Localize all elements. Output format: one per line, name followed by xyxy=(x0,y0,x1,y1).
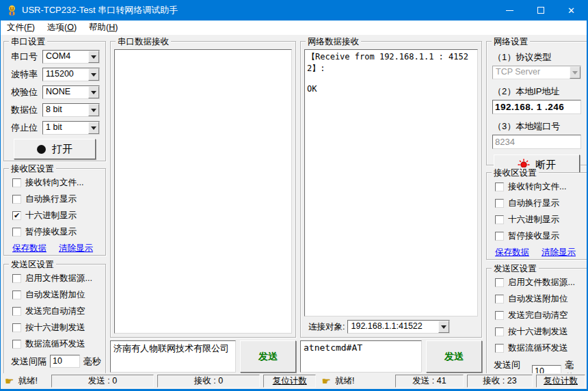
minimize-button[interactable] xyxy=(494,0,525,21)
send-interval-label: 发送间隔 xyxy=(11,355,46,368)
checkbox[interactable] xyxy=(12,307,21,316)
chevron-down-icon xyxy=(88,51,99,63)
serial-open-button[interactable]: 打开 xyxy=(14,139,96,159)
connection-select[interactable]: 192.168.1.1:41522 xyxy=(347,320,450,334)
checkbox[interactable] xyxy=(12,228,21,237)
chevron-down-icon xyxy=(88,86,99,98)
serial-reset-count-button[interactable]: 复位计数 xyxy=(263,375,316,388)
checkbox[interactable] xyxy=(495,295,504,304)
serial-send-count: 发送 : 0 xyxy=(51,375,154,388)
serial-recv-settings-group: 接收区设置 接收转向文件... 自动换行显示 ✔ 十六进制显示 暂停接收显示 xyxy=(3,168,106,256)
checkbox[interactable] xyxy=(495,215,504,224)
serial-send-button[interactable]: 发送 xyxy=(240,340,296,373)
network-settings-group: 网络设置 （1）协议类型 TCP Server （2）本地IP地址 192.16… xyxy=(486,41,587,165)
protocol-type-select[interactable]: TCP Server xyxy=(492,66,581,79)
serial-receive-group: 串口数据接收 xyxy=(110,41,296,338)
send-interval-input[interactable]: 10 xyxy=(50,355,80,368)
network-reset-count-button[interactable]: 复位计数 xyxy=(536,375,585,388)
network-send-input[interactable]: atnetcmd#AT xyxy=(300,340,422,373)
clear-display-link[interactable]: 清除显示 xyxy=(542,247,576,258)
group-title: 发送区设置 xyxy=(492,263,539,275)
serial-send-input[interactable]: 济南有人物联网技术有限公司 xyxy=(110,340,236,373)
serial-port-label: 串口号 xyxy=(11,51,42,63)
checkbox-checked[interactable]: ✔ xyxy=(12,211,21,220)
ready-hand-icon: ☛ xyxy=(321,376,330,386)
checkbox[interactable] xyxy=(495,327,504,336)
checkbox[interactable] xyxy=(495,199,504,208)
group-title: 接收区设置 xyxy=(492,167,539,179)
serial-ready-text: 就绪! xyxy=(18,375,37,387)
checkbox[interactable] xyxy=(12,291,21,299)
checkbox-row: 数据流循环发送 xyxy=(495,342,583,354)
stop-bits-label: 停止位 xyxy=(11,122,42,134)
save-data-link[interactable]: 保存数据 xyxy=(12,243,46,254)
checkbox[interactable] xyxy=(495,344,504,353)
checkbox[interactable] xyxy=(495,183,504,191)
network-receive-group: 网络数据接收 【Receive from 192.168.1.1 : 41522… xyxy=(300,41,482,338)
connection-row: 连接对象: 192.168.1.1:41522 xyxy=(304,320,478,334)
chevron-down-icon xyxy=(88,104,99,116)
checkbox-row: 按十六进制发送 xyxy=(12,322,101,334)
minimize-icon xyxy=(506,10,513,11)
serial-recv-count: 接收 : 0 xyxy=(157,375,260,388)
checkbox-row: 自动发送附加位 xyxy=(12,289,101,301)
network-status-half: ☛ 就绪! 发送 : 41 接收 : 23 复位计数 xyxy=(317,373,587,389)
parity-select[interactable]: NONE xyxy=(42,85,100,99)
data-bits-select[interactable]: 8 bit xyxy=(42,103,100,117)
maximize-icon xyxy=(537,7,544,14)
checkbox[interactable] xyxy=(12,340,21,349)
serial-data-column: 串口数据接收 济南有人物联网技术有限公司 发送 xyxy=(110,37,296,371)
ready-hand-icon: ☛ xyxy=(5,376,14,386)
serial-settings-column: 串口设置 串口号 COM4 波特率 115200 校验位 xyxy=(3,37,106,371)
serial-closed-led-icon xyxy=(37,145,46,154)
checkbox[interactable] xyxy=(12,195,21,204)
save-data-link[interactable]: 保存数据 xyxy=(495,247,529,258)
maximize-button[interactable] xyxy=(525,0,556,21)
checkbox-row: 数据流循环发送 xyxy=(12,338,101,350)
checkbox-row: 接收转向文件... xyxy=(12,177,101,189)
menu-help[interactable]: 帮助(H) xyxy=(83,21,124,35)
checkbox[interactable] xyxy=(12,323,21,332)
connection-label: 连接对象: xyxy=(308,321,345,333)
local-ip-input[interactable]: 192.168. 1 .246 xyxy=(492,100,581,114)
checkbox[interactable] xyxy=(12,178,21,187)
menu-file[interactable]: 文件(F) xyxy=(1,21,41,35)
baud-rate-select[interactable]: 115200 xyxy=(42,68,100,81)
chevron-down-icon xyxy=(570,66,580,79)
group-title: 网络数据接收 xyxy=(306,36,361,48)
main-area: 串口设置 串口号 COM4 波特率 115200 校验位 xyxy=(1,36,587,371)
local-port-input[interactable]: 8234 xyxy=(492,135,581,149)
checkbox-row: 十六进制显示 xyxy=(495,214,583,226)
checkbox[interactable] xyxy=(495,278,504,287)
chevron-down-icon xyxy=(438,321,449,333)
protocol-type-label: （1）协议类型 xyxy=(493,51,581,64)
group-title: 网络设置 xyxy=(492,36,530,48)
network-ready-text: 就绪! xyxy=(335,375,354,387)
checkbox-row: 启用文件数据源... xyxy=(495,277,583,288)
network-settings-column: 网络设置 （1）协议类型 TCP Server （2）本地IP地址 192.16… xyxy=(486,37,587,371)
network-send-settings-group: 发送区设置 启用文件数据源... 自动发送附加位 发送完自动清空 按十六进制发送 xyxy=(486,268,587,379)
serial-port-select[interactable]: COM4 xyxy=(42,50,100,64)
checkbox[interactable] xyxy=(495,311,504,320)
checkbox-row: 自动发送附加位 xyxy=(495,293,583,305)
close-button[interactable]: ✕ xyxy=(556,0,587,21)
group-title: 接收区设置 xyxy=(9,163,56,175)
local-ip-label: （2）本地IP地址 xyxy=(493,85,581,98)
stop-bits-select[interactable]: 1 bit xyxy=(42,121,100,135)
checkbox-row: 暂停接收显示 xyxy=(12,226,101,238)
chevron-down-icon xyxy=(88,68,99,81)
checkbox-row: 接收转向文件... xyxy=(495,181,583,193)
data-bits-label: 数据位 xyxy=(11,104,42,116)
menu-options[interactable]: 选项(O) xyxy=(41,21,83,35)
network-receive-area[interactable]: 【Receive from 192.168.1.1 : 41522】: OK xyxy=(304,49,478,316)
network-send-button[interactable]: 发送 xyxy=(426,340,482,373)
clear-display-link[interactable]: 清除显示 xyxy=(59,243,93,254)
network-recv-settings-group: 接收区设置 接收转向文件... 自动换行显示 十六进制显示 暂停接收显示 xyxy=(486,172,587,260)
serial-receive-area[interactable] xyxy=(114,49,292,334)
checkbox-row: ✔ 十六进制显示 xyxy=(12,210,101,221)
checkbox[interactable] xyxy=(495,232,504,241)
interval-unit-label: 毫秒 xyxy=(83,355,101,368)
statusbar: ☛ 就绪! 发送 : 0 接收 : 0 复位计数 ☛ 就绪! 发送 : 41 接… xyxy=(1,373,587,389)
checkbox[interactable] xyxy=(12,274,21,283)
menubar: 文件(F) 选项(O) 帮助(H) xyxy=(1,21,587,36)
